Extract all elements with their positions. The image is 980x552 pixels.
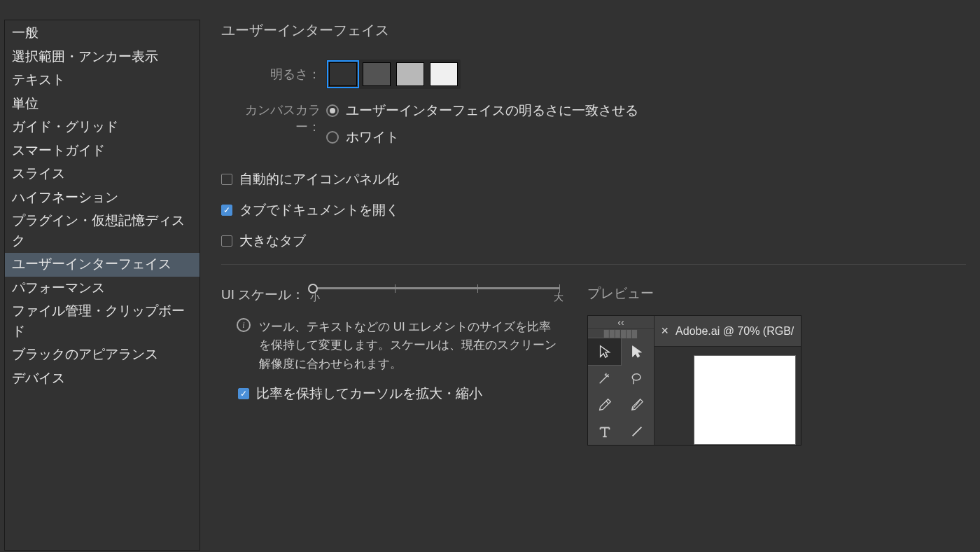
brightness-swatch[interactable] <box>363 62 391 86</box>
selection-tool-icon[interactable] <box>588 338 621 365</box>
sidebar-item[interactable]: プラグイン・仮想記憶ディスク <box>5 209 200 253</box>
brightness-label: 明るさ： <box>221 66 326 83</box>
preview-document-area: × Adobe.ai @ 70% (RGB/ <box>654 316 802 445</box>
preserve-cursor-checkbox[interactable] <box>238 388 249 399</box>
ui-scale-label: UI スケール： <box>221 284 304 304</box>
auto-collapse-checkbox[interactable] <box>221 174 232 185</box>
type-tool-icon[interactable] <box>588 418 621 445</box>
close-icon[interactable]: × <box>662 324 669 338</box>
preview-column: プレビュー ‹‹ ██████ <box>587 284 802 446</box>
line-tool-icon[interactable] <box>621 418 654 445</box>
sidebar-item[interactable]: ユーザーインターフェイス <box>5 253 200 277</box>
large-tabs-row: 大きなタブ <box>221 232 966 250</box>
brightness-row: 明るさ： <box>221 60 966 89</box>
tab-open-checkbox[interactable] <box>221 205 232 216</box>
sidebar-item[interactable]: デバイス <box>5 367 200 391</box>
slider-min-label: 小 <box>310 291 320 304</box>
lasso-tool-icon[interactable] <box>621 365 654 392</box>
preserve-cursor-label: 比率を保持してカーソルを拡大・縮小 <box>256 385 482 403</box>
sidebar-item[interactable]: パフォーマンス <box>5 277 200 301</box>
canvas-color-option-label: ユーザーインターフェイスの明るさに一致させる <box>346 102 638 120</box>
sidebar-item[interactable]: 単位 <box>5 92 200 116</box>
ui-scale-slider[interactable]: 小 大 <box>313 284 559 287</box>
preview-canvas <box>694 355 796 445</box>
sidebar-item[interactable]: テキスト <box>5 69 200 92</box>
tab-open-label: タブでドキュメントを開く <box>239 201 399 219</box>
sidebar-item[interactable]: ファイル管理・クリップボード <box>5 300 200 343</box>
preferences-sidebar: 一般選択範囲・アンカー表示テキスト単位ガイド・グリッドスマートガイドスライスハイ… <box>4 20 200 551</box>
ui-scale-info-text: ツール、テキストなどの UI エレメントのサイズを比率を保持して変更します。スケ… <box>259 318 559 373</box>
preview-tab-label: Adobe.ai @ 70% (RGB/ <box>676 325 794 338</box>
collapse-icon[interactable]: ‹‹ <box>588 316 653 329</box>
slider-max-label: 大 <box>554 291 564 304</box>
canvas-color-radio[interactable] <box>326 131 339 144</box>
sidebar-item[interactable]: 選択範囲・アンカー表示 <box>5 46 200 69</box>
canvas-color-option: ホワイト <box>326 128 638 146</box>
info-icon: i <box>237 318 251 332</box>
canvas-color-label: カンバスカラー： <box>221 102 326 135</box>
magic-wand-tool-icon[interactable] <box>588 365 621 392</box>
preview-canvas-area <box>654 347 802 445</box>
large-tabs-checkbox[interactable] <box>221 235 232 247</box>
canvas-color-option-label: ホワイト <box>346 128 399 146</box>
tab-open-row: タブでドキュメントを開く <box>221 201 966 219</box>
pen-tool-icon[interactable] <box>588 392 621 418</box>
brightness-swatch[interactable] <box>430 62 458 86</box>
canvas-color-row: カンバスカラー： ユーザーインターフェイスの明るさに一致させるホワイト <box>221 102 966 155</box>
sidebar-item[interactable]: 一般 <box>5 22 200 46</box>
preview-title: プレビュー <box>587 284 802 303</box>
canvas-color-radio[interactable] <box>326 104 339 117</box>
sidebar-item[interactable]: スライス <box>5 163 200 186</box>
sidebar-item[interactable]: ブラックのアピアランス <box>5 343 200 367</box>
sidebar-item[interactable]: ハイフネーション <box>5 186 200 210</box>
brightness-swatches <box>326 60 461 89</box>
preview-tools-panel: ‹‹ ██████ <box>588 316 654 445</box>
preferences-main: ユーザーインターフェイス 明るさ： カンバスカラー： ユーザーインターフェイスの… <box>200 0 980 552</box>
brightness-swatch[interactable] <box>329 62 357 86</box>
preserve-cursor-row: 比率を保持してカーソルを拡大・縮小 <box>238 385 559 403</box>
canvas-color-option: ユーザーインターフェイスの明るさに一致させる <box>326 102 638 120</box>
panel-grip-icon: ██████ <box>588 329 653 338</box>
canvas-color-options: ユーザーインターフェイスの明るさに一致させるホワイト <box>326 102 638 155</box>
auto-collapse-label: 自動的にアイコンパネル化 <box>239 170 399 188</box>
direct-selection-tool-icon[interactable] <box>621 338 654 365</box>
preview-document-tab[interactable]: × Adobe.ai @ 70% (RGB/ <box>654 316 802 347</box>
ui-scale-row: UI スケール： 小 大 <box>221 284 559 304</box>
auto-collapse-row: 自動的にアイコンパネル化 <box>221 170 966 188</box>
ui-scale-info-row: i ツール、テキストなどの UI エレメントのサイズを比率を保持して変更します。… <box>237 318 559 373</box>
preview-box: ‹‹ ██████ <box>587 315 802 446</box>
large-tabs-label: 大きなタブ <box>239 232 306 250</box>
curvature-tool-icon[interactable] <box>621 392 654 418</box>
brightness-swatch[interactable] <box>396 62 424 86</box>
sidebar-item[interactable]: スマートガイド <box>5 139 200 163</box>
section-title: ユーザーインターフェイス <box>221 21 966 40</box>
section-divider <box>221 264 966 265</box>
sidebar-item[interactable]: ガイド・グリッド <box>5 116 200 139</box>
